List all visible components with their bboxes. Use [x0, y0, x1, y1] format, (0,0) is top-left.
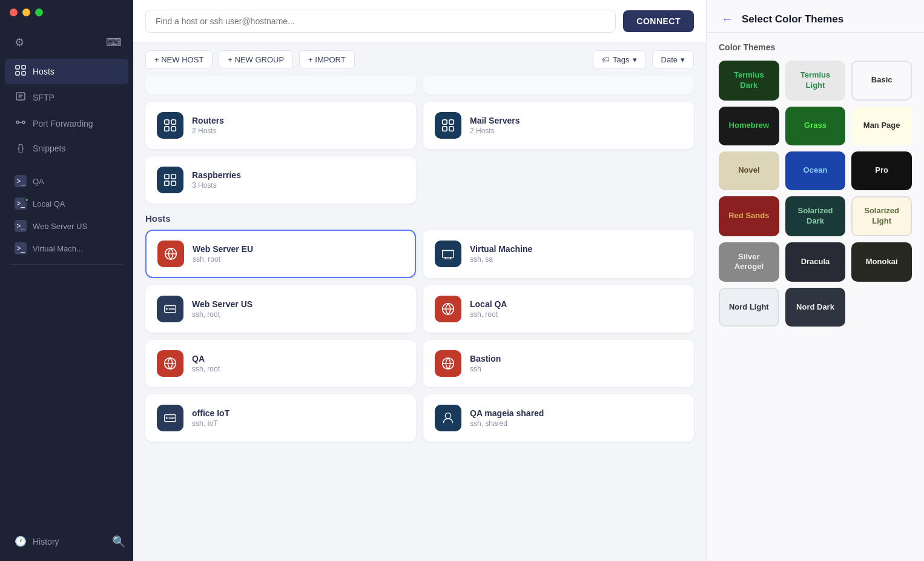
import-button[interactable]: + IMPORT: [299, 50, 355, 69]
settings-button[interactable]: ⚙: [10, 33, 29, 52]
svg-rect-14: [449, 127, 454, 131]
date-filter[interactable]: Date ▾: [652, 50, 694, 69]
sidebar-session-qa[interactable]: >_ QA: [5, 170, 128, 192]
raspberries-info: Raspberries 3 Hosts: [192, 170, 241, 190]
back-button[interactable]: ←: [719, 12, 736, 26]
right-panel: ← Select Color Themes Color Themes Termi…: [706, 0, 924, 561]
qa-icon: [157, 350, 183, 377]
sidebar-item-hosts[interactable]: Hosts: [5, 59, 128, 84]
card-host-bastion[interactable]: Bastion ssh: [423, 340, 694, 387]
groups-grid: Routers 2 Hosts Mail Servers 2 Hosts: [145, 102, 694, 149]
card-host-qa[interactable]: QA ssh, root: [145, 340, 416, 387]
titlebar: [0, 0, 133, 24]
theme-nord-light[interactable]: Nord Light: [719, 288, 779, 327]
theme-homebrew[interactable]: Homebrew: [719, 107, 779, 145]
virtual-mach-session-label: Virtual Mach...: [33, 244, 83, 253]
themes-section-title: Color Themes: [719, 42, 912, 52]
sidebar-item-sftp[interactable]: SFTP: [5, 85, 128, 110]
history-label: History: [33, 537, 59, 546]
hosts-icon: [15, 65, 27, 78]
maximize-dot[interactable]: [35, 8, 43, 16]
card-group-routers[interactable]: Routers 2 Hosts: [145, 102, 416, 149]
theme-ocean[interactable]: Ocean: [785, 151, 846, 190]
svg-rect-3: [22, 71, 25, 75]
card-host-web-server-us[interactable]: Web Server US ssh, root: [145, 285, 416, 333]
theme-novel[interactable]: Novel: [719, 151, 779, 190]
qa-session-icon: >_: [15, 175, 27, 187]
theme-basic[interactable]: Basic: [851, 61, 912, 101]
theme-termius-dark[interactable]: Termius Dark: [719, 61, 779, 101]
card-host-local-qa[interactable]: Local QA ssh, root: [423, 285, 694, 333]
card-group-partial-2: [423, 76, 694, 95]
sidebar-item-port-forwarding[interactable]: Port Forwarding: [5, 111, 128, 136]
web-server-eu-title: Web Server EU: [193, 244, 253, 254]
web-server-us-title: Web Server US: [192, 299, 252, 309]
tags-chevron-icon: ▾: [633, 55, 637, 64]
port-forwarding-icon: [15, 117, 27, 130]
new-host-button[interactable]: + NEW HOST: [145, 50, 213, 69]
sidebar-item-history[interactable]: 🕐 History: [5, 529, 109, 553]
card-host-virtual-machine[interactable]: Virtual Machine ssh, sa: [423, 230, 694, 278]
theme-grass[interactable]: Grass: [785, 107, 846, 145]
qa-mageia-subtitle: ssh, shared: [470, 419, 544, 428]
qa-mageia-icon: [435, 405, 461, 431]
panel-title: Select Color Themes: [742, 13, 843, 25]
theme-termius-light[interactable]: Termius Light: [785, 61, 846, 101]
card-group-partial-1: [145, 76, 416, 95]
sidebar-session-web-server-us[interactable]: >_ Web Server US: [5, 215, 128, 237]
new-group-button[interactable]: + NEW GROUP: [219, 50, 293, 69]
qa-info: QA ssh, root: [192, 354, 220, 373]
sidebar-session-virtual-mach[interactable]: >_ Virtual Mach...: [5, 237, 128, 259]
card-host-qa-mageia-shared[interactable]: QA mageia shared ssh, shared: [423, 394, 694, 442]
svg-rect-12: [449, 120, 454, 124]
connect-button[interactable]: CONNECT: [623, 10, 694, 32]
local-qa-info: Local QA ssh, root: [470, 299, 507, 319]
office-iot-title: office IoT: [192, 408, 229, 418]
card-group-raspberries[interactable]: Raspberries 3 Hosts: [145, 156, 416, 204]
sidebar-divider-2: [10, 264, 124, 265]
theme-solarized-light[interactable]: Solarized Light: [851, 196, 912, 236]
tags-filter[interactable]: 🏷 Tags ▾: [593, 50, 645, 69]
theme-monokai[interactable]: Monokai: [851, 242, 912, 282]
routers-subtitle: 2 Hosts: [192, 127, 224, 135]
web-server-us-session-label: Web Server US: [33, 222, 87, 231]
theme-nord-dark[interactable]: Nord Dark: [785, 288, 846, 327]
date-label: Date: [661, 55, 678, 64]
card-host-web-server-eu[interactable]: Web Server EU ssh, root: [145, 230, 416, 278]
minimize-dot[interactable]: [22, 8, 30, 16]
sidebar-session-local-qa[interactable]: >_ Local QA: [5, 193, 128, 214]
svg-rect-9: [165, 127, 169, 131]
theme-man-page[interactable]: Man Page: [851, 107, 912, 145]
hosts-grid: Web Server EU ssh, root Virtual Machine …: [145, 230, 694, 442]
sidebar-item-snippets[interactable]: {} Snippets: [5, 137, 128, 160]
web-server-us-info: Web Server US ssh, root: [192, 299, 252, 319]
web-server-eu-info: Web Server EU ssh, root: [193, 244, 253, 264]
terminal-button[interactable]: ⌨: [104, 33, 124, 52]
bastion-info: Bastion ssh: [470, 354, 501, 373]
svg-point-27: [445, 413, 450, 419]
web-server-us-session-icon: >_: [15, 220, 27, 232]
svg-point-21: [166, 308, 168, 310]
close-dot[interactable]: [10, 8, 18, 16]
routers-title: Routers: [192, 116, 224, 125]
theme-red-sands[interactable]: Red Sands: [719, 196, 779, 236]
qa-subtitle: ssh, root: [192, 365, 220, 373]
svg-rect-17: [165, 181, 169, 185]
card-group-mail-servers[interactable]: Mail Servers 2 Hosts: [423, 102, 694, 149]
history-search-button[interactable]: 🔍: [109, 532, 128, 551]
bastion-subtitle: ssh: [470, 365, 501, 373]
web-server-us-subtitle: ssh, root: [192, 310, 252, 319]
theme-pro[interactable]: Pro: [851, 151, 912, 190]
theme-silver-aerogel[interactable]: Silver Aerogel: [719, 242, 779, 282]
svg-point-5: [16, 121, 19, 124]
svg-point-26: [166, 417, 168, 419]
card-host-office-iot[interactable]: office IoT ssh, IoT: [145, 394, 416, 442]
local-qa-session-label: Local QA: [33, 199, 65, 208]
bastion-title: Bastion: [470, 354, 501, 363]
search-input[interactable]: [145, 10, 616, 33]
raspberries-subtitle: 3 Hosts: [192, 181, 241, 190]
office-iot-info: office IoT ssh, IoT: [192, 408, 229, 428]
theme-dracula[interactable]: Dracula: [785, 242, 846, 282]
date-chevron-icon: ▾: [681, 55, 685, 64]
theme-solarized-dark[interactable]: Solarized Dark: [785, 196, 846, 236]
